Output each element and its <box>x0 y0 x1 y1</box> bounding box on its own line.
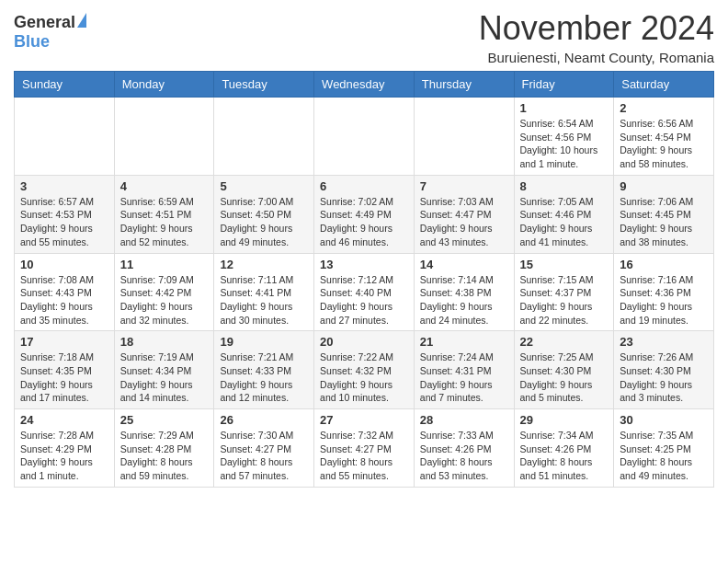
calendar-cell: 30Sunrise: 7:35 AM Sunset: 4:25 PM Dayli… <box>614 409 714 488</box>
calendar-cell: 26Sunrise: 7:30 AM Sunset: 4:27 PM Dayli… <box>214 409 314 488</box>
calendar-cell: 25Sunrise: 7:29 AM Sunset: 4:28 PM Dayli… <box>114 409 214 488</box>
calendar-cell: 13Sunrise: 7:12 AM Sunset: 4:40 PM Dayli… <box>314 253 415 331</box>
calendar-cell: 16Sunrise: 7:16 AM Sunset: 4:36 PM Dayli… <box>614 253 714 331</box>
day-info: Sunrise: 7:26 AM Sunset: 4:30 PM Dayligh… <box>620 350 708 405</box>
calendar-header-row: SundayMondayTuesdayWednesdayThursdayFrid… <box>15 72 714 98</box>
day-number: 30 <box>620 413 708 427</box>
calendar-cell: 3Sunrise: 6:57 AM Sunset: 4:53 PM Daylig… <box>15 175 115 253</box>
day-info: Sunrise: 7:33 AM Sunset: 4:26 PM Dayligh… <box>420 429 508 483</box>
calendar-cell: 20Sunrise: 7:22 AM Sunset: 4:32 PM Dayli… <box>314 331 415 409</box>
calendar-cell: 4Sunrise: 6:59 AM Sunset: 4:51 PM Daylig… <box>114 175 214 253</box>
calendar-cell <box>414 98 514 176</box>
day-number: 3 <box>20 179 108 193</box>
calendar-cell: 28Sunrise: 7:33 AM Sunset: 4:26 PM Dayli… <box>414 409 514 488</box>
day-info: Sunrise: 7:05 AM Sunset: 4:46 PM Dayligh… <box>520 195 609 249</box>
day-info: Sunrise: 6:54 AM Sunset: 4:56 PM Dayligh… <box>520 117 609 171</box>
day-info: Sunrise: 7:30 AM Sunset: 4:27 PM Dayligh… <box>220 429 308 483</box>
calendar-week-row: 10Sunrise: 7:08 AM Sunset: 4:43 PM Dayli… <box>15 253 714 331</box>
day-info: Sunrise: 7:08 AM Sunset: 4:43 PM Dayligh… <box>20 273 108 327</box>
title-area: November 2024 Buruienesti, Neamt County,… <box>479 9 714 65</box>
day-number: 29 <box>520 413 609 427</box>
calendar-cell <box>314 98 415 176</box>
column-header-tuesday: Tuesday <box>214 72 314 98</box>
calendar-week-row: 1Sunrise: 6:54 AM Sunset: 4:56 PM Daylig… <box>15 98 714 176</box>
day-number: 6 <box>320 179 408 193</box>
day-info: Sunrise: 7:16 AM Sunset: 4:36 PM Dayligh… <box>620 273 708 327</box>
day-info: Sunrise: 7:00 AM Sunset: 4:50 PM Dayligh… <box>220 195 308 249</box>
day-info: Sunrise: 7:32 AM Sunset: 4:27 PM Dayligh… <box>320 429 408 483</box>
day-info: Sunrise: 7:18 AM Sunset: 4:35 PM Dayligh… <box>20 350 108 405</box>
column-header-saturday: Saturday <box>614 72 714 98</box>
day-number: 18 <box>120 335 209 349</box>
calendar-cell: 10Sunrise: 7:08 AM Sunset: 4:43 PM Dayli… <box>15 253 115 331</box>
day-number: 13 <box>320 258 408 271</box>
day-number: 25 <box>120 413 209 427</box>
calendar-cell: 22Sunrise: 7:25 AM Sunset: 4:30 PM Dayli… <box>514 331 614 409</box>
day-info: Sunrise: 7:21 AM Sunset: 4:33 PM Dayligh… <box>220 350 308 405</box>
calendar-cell: 6Sunrise: 7:02 AM Sunset: 4:49 PM Daylig… <box>314 175 415 253</box>
calendar-cell: 24Sunrise: 7:28 AM Sunset: 4:29 PM Dayli… <box>15 409 115 488</box>
day-number: 20 <box>320 335 408 349</box>
calendar-cell: 15Sunrise: 7:15 AM Sunset: 4:37 PM Dayli… <box>514 253 614 331</box>
day-number: 22 <box>520 335 609 349</box>
calendar-week-row: 17Sunrise: 7:18 AM Sunset: 4:35 PM Dayli… <box>15 331 714 409</box>
location: Buruienesti, Neamt County, Romania <box>479 50 714 65</box>
day-number: 11 <box>120 258 209 271</box>
calendar-table: SundayMondayTuesdayWednesdayThursdayFrid… <box>14 71 714 488</box>
calendar-week-row: 3Sunrise: 6:57 AM Sunset: 4:53 PM Daylig… <box>15 175 714 253</box>
calendar-cell: 27Sunrise: 7:32 AM Sunset: 4:27 PM Dayli… <box>314 409 415 488</box>
calendar-cell: 21Sunrise: 7:24 AM Sunset: 4:31 PM Dayli… <box>414 331 514 409</box>
day-info: Sunrise: 7:35 AM Sunset: 4:25 PM Dayligh… <box>620 429 708 483</box>
day-number: 9 <box>620 179 708 193</box>
calendar-cell <box>114 98 214 176</box>
logo-blue-text: Blue <box>14 32 50 52</box>
day-number: 23 <box>620 335 708 349</box>
calendar-cell: 11Sunrise: 7:09 AM Sunset: 4:42 PM Dayli… <box>114 253 214 331</box>
day-info: Sunrise: 7:29 AM Sunset: 4:28 PM Dayligh… <box>120 429 209 483</box>
day-info: Sunrise: 7:19 AM Sunset: 4:34 PM Dayligh… <box>120 350 209 405</box>
calendar-cell: 9Sunrise: 7:06 AM Sunset: 4:45 PM Daylig… <box>614 175 714 253</box>
calendar-cell: 12Sunrise: 7:11 AM Sunset: 4:41 PM Dayli… <box>214 253 314 331</box>
calendar-cell: 17Sunrise: 7:18 AM Sunset: 4:35 PM Dayli… <box>15 331 115 409</box>
day-info: Sunrise: 7:03 AM Sunset: 4:47 PM Dayligh… <box>420 195 508 249</box>
day-info: Sunrise: 6:56 AM Sunset: 4:54 PM Dayligh… <box>620 117 708 171</box>
calendar-week-row: 24Sunrise: 7:28 AM Sunset: 4:29 PM Dayli… <box>15 409 714 488</box>
day-info: Sunrise: 7:24 AM Sunset: 4:31 PM Dayligh… <box>420 350 508 405</box>
column-header-friday: Friday <box>514 72 614 98</box>
day-info: Sunrise: 7:09 AM Sunset: 4:42 PM Dayligh… <box>120 273 209 327</box>
header: General Blue November 2024 Buruienesti, … <box>14 9 714 65</box>
day-number: 17 <box>20 335 108 349</box>
day-number: 5 <box>220 179 308 193</box>
day-number: 4 <box>120 179 209 193</box>
column-header-monday: Monday <box>114 72 214 98</box>
logo-general-text: General <box>14 13 75 32</box>
calendar-cell: 18Sunrise: 7:19 AM Sunset: 4:34 PM Dayli… <box>114 331 214 409</box>
day-info: Sunrise: 7:25 AM Sunset: 4:30 PM Dayligh… <box>520 350 609 405</box>
day-number: 12 <box>220 258 308 271</box>
calendar-cell <box>214 98 314 176</box>
day-number: 7 <box>420 179 508 193</box>
day-info: Sunrise: 7:14 AM Sunset: 4:38 PM Dayligh… <box>420 273 508 327</box>
calendar-cell: 5Sunrise: 7:00 AM Sunset: 4:50 PM Daylig… <box>214 175 314 253</box>
day-number: 24 <box>20 413 108 427</box>
day-number: 1 <box>520 101 609 115</box>
day-info: Sunrise: 7:12 AM Sunset: 4:40 PM Dayligh… <box>320 273 408 327</box>
month-title: November 2024 <box>479 9 714 48</box>
column-header-thursday: Thursday <box>414 72 514 98</box>
calendar-cell <box>15 98 115 176</box>
logo: General Blue <box>14 9 86 52</box>
day-info: Sunrise: 7:28 AM Sunset: 4:29 PM Dayligh… <box>20 429 108 483</box>
day-info: Sunrise: 6:59 AM Sunset: 4:51 PM Dayligh… <box>120 195 209 249</box>
calendar-cell: 19Sunrise: 7:21 AM Sunset: 4:33 PM Dayli… <box>214 331 314 409</box>
calendar-cell: 2Sunrise: 6:56 AM Sunset: 4:54 PM Daylig… <box>614 98 714 176</box>
day-info: Sunrise: 6:57 AM Sunset: 4:53 PM Dayligh… <box>20 195 108 249</box>
column-header-sunday: Sunday <box>15 72 115 98</box>
day-number: 16 <box>620 258 708 271</box>
calendar-cell: 14Sunrise: 7:14 AM Sunset: 4:38 PM Dayli… <box>414 253 514 331</box>
day-info: Sunrise: 7:02 AM Sunset: 4:49 PM Dayligh… <box>320 195 408 249</box>
day-number: 19 <box>220 335 308 349</box>
calendar-cell: 1Sunrise: 6:54 AM Sunset: 4:56 PM Daylig… <box>514 98 614 176</box>
calendar-cell: 8Sunrise: 7:05 AM Sunset: 4:46 PM Daylig… <box>514 175 614 253</box>
day-number: 15 <box>520 258 609 271</box>
calendar-cell: 23Sunrise: 7:26 AM Sunset: 4:30 PM Dayli… <box>614 331 714 409</box>
